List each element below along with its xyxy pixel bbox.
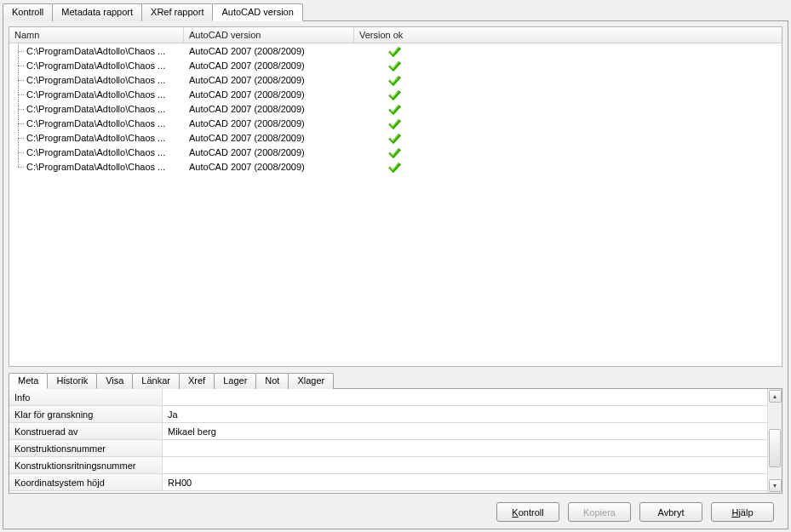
cell-version: AutoCAD 2007 (2008/2009)	[184, 89, 354, 100]
cell-name: C:\ProgramData\Adtollo\Chaos ...	[9, 72, 184, 87]
column-header-version-ok[interactable]: Version ok	[354, 27, 435, 43]
scroll-down-button[interactable]: ▾	[769, 479, 782, 492]
property-row[interactable]: Konstruktionsnummer	[9, 440, 767, 457]
cell-version-ok	[354, 146, 435, 158]
cell-name: C:\ProgramData\Adtollo\Chaos ...	[9, 116, 184, 130]
column-header-name[interactable]: Namn	[9, 27, 184, 43]
scroll-track[interactable]	[768, 403, 782, 478]
cell-version-ok	[354, 45, 435, 57]
tab-autocad-version[interactable]: AutoCAD version	[212, 3, 302, 21]
hjalp-button[interactable]: Hjälp	[711, 502, 774, 522]
top-panel: Namn AutoCAD version Version ok C:\Progr…	[3, 20, 788, 529]
tree-branch-icon	[14, 87, 25, 101]
cell-version: AutoCAD 2007 (2008/2009)	[184, 60, 354, 71]
cell-version: AutoCAD 2007 (2008/2009)	[184, 162, 354, 172]
property-value[interactable]: Mikael berg	[163, 426, 767, 437]
cell-version: AutoCAD 2007 (2008/2009)	[184, 104, 354, 114]
table-row[interactable]: C:\ProgramData\Adtollo\Chaos ... AutoCAD…	[9, 130, 782, 145]
cell-name: C:\ProgramData\Adtollo\Chaos ...	[9, 101, 184, 116]
cell-name: C:\ProgramData\Adtollo\Chaos ...	[9, 159, 184, 174]
tree-branch-icon	[14, 145, 25, 159]
tree-branch-icon	[14, 159, 25, 174]
check-icon	[388, 103, 402, 115]
kopiera-button: Kopiera	[568, 502, 631, 522]
check-icon	[388, 74, 402, 86]
scroll-thumb[interactable]	[769, 429, 781, 467]
cell-version: AutoCAD 2007 (2008/2009)	[184, 147, 354, 157]
list-rows: C:\ProgramData\Adtollo\Chaos ... AutoCAD…	[9, 43, 782, 366]
table-row[interactable]: C:\ProgramData\Adtollo\Chaos ... AutoCAD…	[9, 159, 782, 174]
property-label: Konstruerad av	[9, 423, 163, 439]
cell-name: C:\ProgramData\Adtollo\Chaos ...	[9, 130, 184, 145]
property-grid[interactable]: Info Klar för granskning JaKonstruerad a…	[9, 389, 767, 493]
tab-lankar[interactable]: Länkar	[132, 373, 180, 389]
cell-version: AutoCAD 2007 (2008/2009)	[184, 75, 354, 85]
property-label: Klar för granskning	[9, 406, 163, 422]
property-label: Koordinatsystem höjd	[9, 474, 163, 490]
property-row[interactable]: Koordinatsystem höjd RH00	[9, 474, 767, 491]
tab-visa[interactable]: Visa	[96, 373, 133, 389]
table-row[interactable]: C:\ProgramData\Adtollo\Chaos ... AutoCAD…	[9, 101, 782, 116]
avbryt-button[interactable]: Avbryt	[639, 502, 702, 522]
tab-xref-rapport[interactable]: XRef rapport	[141, 3, 213, 21]
file-path: C:\ProgramData\Adtollo\Chaos ...	[26, 89, 165, 100]
property-label: Konstruktionsnummer	[9, 440, 163, 456]
cell-version: AutoCAD 2007 (2008/2009)	[184, 118, 354, 129]
file-path: C:\ProgramData\Adtollo\Chaos ...	[26, 60, 165, 71]
property-row[interactable]: Klar för granskning Ja	[9, 406, 767, 423]
tab-xlager[interactable]: Xlager	[288, 373, 334, 389]
cell-name: C:\ProgramData\Adtollo\Chaos ...	[9, 145, 184, 159]
table-row[interactable]: C:\ProgramData\Adtollo\Chaos ... AutoCAD…	[9, 72, 782, 87]
dialog-window: Kontroll Metadata rapport XRef rapport A…	[0, 0, 791, 532]
file-path: C:\ProgramData\Adtollo\Chaos ...	[26, 133, 165, 143]
tab-xref[interactable]: Xref	[179, 373, 215, 389]
property-label: Konstruktionsritningsnummer	[9, 457, 163, 473]
table-row[interactable]: C:\ProgramData\Adtollo\Chaos ... AutoCAD…	[9, 87, 782, 101]
tab-not[interactable]: Not	[255, 373, 289, 389]
file-path: C:\ProgramData\Adtollo\Chaos ...	[26, 104, 165, 114]
check-icon	[388, 45, 402, 57]
table-row[interactable]: C:\ProgramData\Adtollo\Chaos ... AutoCAD…	[9, 116, 782, 130]
tab-meta[interactable]: Meta	[9, 373, 48, 389]
table-row[interactable]: C:\ProgramData\Adtollo\Chaos ... AutoCAD…	[9, 58, 782, 72]
table-row[interactable]: C:\ProgramData\Adtollo\Chaos ... AutoCAD…	[9, 145, 782, 159]
top-tabstrip: Kontroll Metadata rapport XRef rapport A…	[3, 3, 788, 20]
check-icon	[388, 89, 402, 100]
list-header: Namn AutoCAD version Version ok	[9, 27, 782, 43]
tree-branch-icon	[14, 58, 25, 72]
property-row[interactable]: Konstruerad av Mikael berg	[9, 423, 767, 440]
cell-version: AutoCAD 2007 (2008/2009)	[184, 133, 354, 143]
tree-branch-icon	[14, 43, 25, 58]
table-row[interactable]: C:\ProgramData\Adtollo\Chaos ... AutoCAD…	[9, 43, 782, 58]
check-icon	[388, 117, 402, 129]
file-path: C:\ProgramData\Adtollo\Chaos ...	[26, 162, 165, 172]
check-icon	[388, 132, 402, 144]
file-list[interactable]: Namn AutoCAD version Version ok C:\Progr…	[9, 26, 782, 367]
cell-version-ok	[354, 60, 435, 72]
scroll-up-button[interactable]: ▴	[769, 390, 782, 403]
cell-version: AutoCAD 2007 (2008/2009)	[184, 46, 354, 56]
file-path: C:\ProgramData\Adtollo\Chaos ...	[26, 46, 165, 56]
file-path: C:\ProgramData\Adtollo\Chaos ...	[26, 75, 165, 85]
tab-historik[interactable]: Historik	[47, 373, 97, 389]
cell-version-ok	[354, 132, 435, 144]
column-header-version[interactable]: AutoCAD version	[184, 27, 354, 43]
property-value[interactable]: RH00	[163, 478, 767, 488]
tab-kontroll[interactable]: Kontroll	[3, 3, 53, 21]
cell-version-ok	[354, 117, 435, 129]
tab-metadata-rapport[interactable]: Metadata rapport	[52, 3, 142, 21]
check-icon	[388, 60, 402, 72]
cell-version-ok	[354, 103, 435, 115]
scrollbar-vertical[interactable]: ▴ ▾	[767, 389, 782, 493]
lower-section: Meta Historik Visa Länkar Xref Lager Not…	[9, 372, 782, 494]
file-path: C:\ProgramData\Adtollo\Chaos ...	[26, 147, 165, 157]
kontroll-button[interactable]: Kontroll	[496, 502, 559, 522]
lower-panel: Info Klar för granskning JaKonstruerad a…	[9, 388, 782, 494]
tab-lager[interactable]: Lager	[214, 373, 256, 389]
property-row[interactable]: Info	[9, 389, 767, 406]
property-label: Info	[9, 389, 163, 405]
tree-branch-icon	[14, 72, 25, 87]
tree-branch-icon	[14, 116, 25, 130]
property-value[interactable]: Ja	[163, 409, 767, 420]
property-row[interactable]: Konstruktionsritningsnummer	[9, 457, 767, 474]
